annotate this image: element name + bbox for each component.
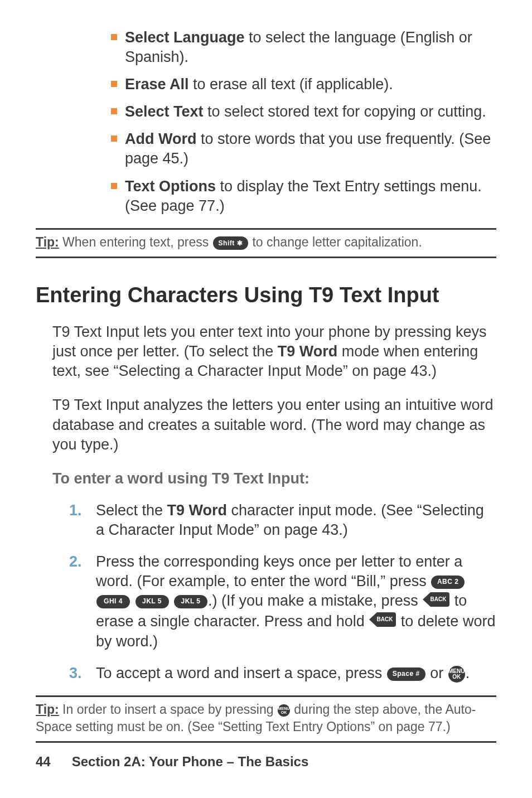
section-heading: Entering Characters Using T9 Text Input bbox=[36, 282, 496, 309]
step-3: 3. To accept a word and insert a space, … bbox=[69, 664, 496, 683]
text: To accept a word and insert a space, pre… bbox=[96, 665, 386, 681]
bullet-icon bbox=[111, 136, 117, 142]
option-label: Add Word bbox=[125, 130, 196, 147]
text: . bbox=[466, 665, 470, 681]
svg-text:BACK: BACK bbox=[431, 596, 447, 602]
mode-name: T9 Word bbox=[278, 343, 338, 360]
text: Select the bbox=[96, 502, 167, 519]
key-ghi4-icon: GHI 4 bbox=[96, 595, 130, 608]
page-footer: 44Section 2A: Your Phone – The Basics bbox=[36, 753, 308, 770]
step-number: 1. bbox=[69, 501, 96, 520]
text: or bbox=[426, 665, 448, 681]
text: Press the corresponding keys once per le… bbox=[96, 553, 462, 589]
bullet-icon bbox=[111, 81, 117, 87]
list-item: Select Language to select the language (… bbox=[111, 28, 496, 67]
list-item: Add Word to store words that you use fre… bbox=[111, 129, 496, 168]
bullet-text: Text Options to display the Text Entry s… bbox=[125, 177, 496, 216]
option-label: Text Options bbox=[125, 178, 216, 195]
step-number: 2. bbox=[69, 552, 96, 572]
tip-after: to change letter capitalization. bbox=[249, 235, 422, 249]
text: In order to insert a space by pressing bbox=[59, 702, 277, 717]
list-item: Select Text to select stored text for co… bbox=[111, 102, 496, 122]
step-number: 3. bbox=[69, 664, 96, 683]
intro-paragraph-1: T9 Text Input lets you enter text into y… bbox=[52, 322, 496, 381]
step-text: Press the corresponding keys once per le… bbox=[96, 552, 496, 651]
option-desc: to select stored text for copying or cut… bbox=[204, 103, 486, 120]
bullet-text: Erase All to erase all text (if applicab… bbox=[125, 75, 496, 94]
menu-ok-icon: MENU OK bbox=[278, 704, 290, 717]
back-key-icon: BACK bbox=[423, 592, 449, 612]
steps-list: 1. Select the T9 Word character input mo… bbox=[69, 501, 496, 683]
key-abc2-icon: ABC 2 bbox=[431, 575, 465, 589]
step-text: Select the T9 Word character input mode.… bbox=[96, 501, 496, 540]
options-list: Select Language to select the language (… bbox=[111, 28, 496, 216]
back-key-icon: BACK bbox=[369, 612, 396, 632]
option-label: Erase All bbox=[125, 76, 189, 93]
tip-box: Tip: In order to insert a space by press… bbox=[36, 695, 496, 743]
shift-key-icon: Shift ✱ bbox=[213, 236, 249, 250]
bullet-text: Select Language to select the language (… bbox=[125, 28, 496, 67]
bullet-icon bbox=[111, 108, 117, 114]
tip-text: Tip: In order to insert a space by press… bbox=[36, 701, 496, 736]
list-item: Text Options to display the Text Entry s… bbox=[111, 177, 496, 216]
key-jkl5-icon: JKL 5 bbox=[136, 595, 169, 608]
step-2: 2. Press the corresponding keys once per… bbox=[69, 552, 496, 651]
bullet-icon bbox=[111, 34, 117, 40]
tip-before: When entering text, press bbox=[59, 235, 212, 249]
intro-paragraph-2: T9 Text Input analyzes the letters you e… bbox=[52, 395, 496, 454]
step-text: To accept a word and insert a space, pre… bbox=[96, 664, 496, 683]
bullet-text: Add Word to store words that you use fre… bbox=[125, 129, 496, 168]
page-number: 44 bbox=[36, 754, 51, 769]
tip-box: Tip: When entering text, press Shift ✱ t… bbox=[36, 228, 496, 258]
bullet-icon bbox=[111, 183, 117, 189]
key-jkl5-icon: JKL 5 bbox=[174, 595, 207, 608]
tip-label: Tip: bbox=[36, 702, 59, 717]
tip-text: Tip: When entering text, press Shift ✱ t… bbox=[36, 234, 496, 251]
procedure-heading: To enter a word using T9 Text Input: bbox=[52, 469, 496, 489]
bullet-text: Select Text to select stored text for co… bbox=[125, 102, 496, 122]
option-label: Select Language bbox=[125, 29, 245, 46]
svg-text:BACK: BACK bbox=[377, 616, 394, 622]
space-key-icon: Space # bbox=[387, 668, 425, 681]
step-1: 1. Select the T9 Word character input mo… bbox=[69, 501, 496, 540]
section-title: Section 2A: Your Phone – The Basics bbox=[72, 754, 309, 769]
tip-label: Tip: bbox=[36, 235, 59, 249]
text: .) (If you make a mistake, press bbox=[208, 592, 422, 609]
list-item: Erase All to erase all text (if applicab… bbox=[111, 75, 496, 94]
mode-name: T9 Word bbox=[167, 502, 228, 519]
option-desc: to erase all text (if applicable). bbox=[189, 76, 393, 93]
menu-ok-icon: MENU OK bbox=[448, 666, 465, 683]
option-label: Select Text bbox=[125, 103, 204, 120]
